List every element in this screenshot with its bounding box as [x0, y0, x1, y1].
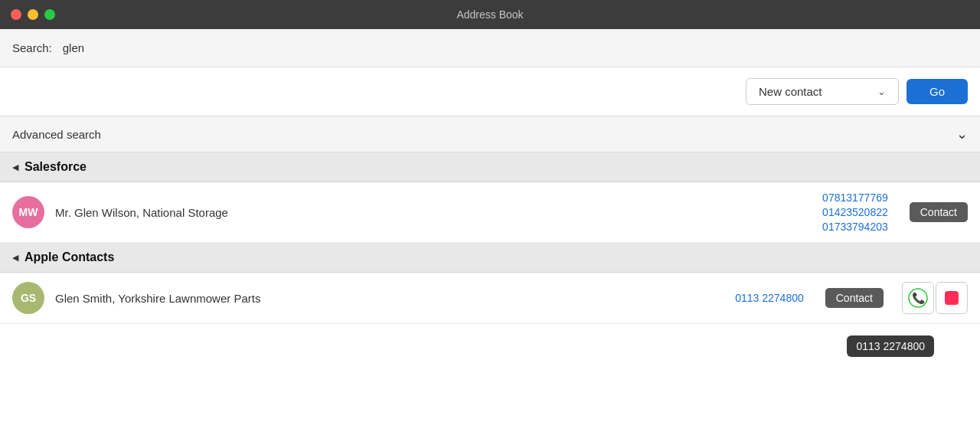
avatar-mw: MW	[12, 196, 44, 228]
phone-tooltip: 0113 2274800	[847, 335, 934, 357]
svg-rect-3	[945, 291, 959, 305]
contact-row-mw: MW Mr. Glen Wilson, National Storage 078…	[0, 182, 980, 243]
contact-button-gs[interactable]: Contact	[825, 288, 884, 308]
phone-link-mw-3[interactable]: 01733794203	[822, 221, 888, 233]
search-input[interactable]	[60, 40, 968, 56]
section-title-salesforce: Salesforce	[24, 160, 87, 174]
chevron-down-icon: ⌄	[877, 86, 886, 97]
svg-text:📞: 📞	[912, 292, 926, 305]
phone-link-mw-2[interactable]: 01423520822	[822, 206, 888, 218]
avatar-initials-gs: GS	[21, 292, 36, 304]
phone-link-mw-1[interactable]: 07813177769	[822, 191, 888, 204]
action-row: New contact ⌄ Go	[0, 67, 980, 116]
advanced-search-label: Advanced search	[12, 128, 101, 141]
contact-phones-mw: 07813177769 01423520822 01733794203	[822, 191, 888, 233]
apple-icons-container: 📞	[902, 282, 968, 314]
search-label: Search:	[12, 41, 52, 54]
minimize-button[interactable]	[28, 9, 38, 20]
app-title: Address Book	[456, 8, 523, 21]
expand-icon: ⌄	[956, 126, 968, 142]
contact-phones-gs: 0113 2274800	[735, 292, 804, 304]
titlebar: Address Book	[0, 0, 980, 29]
contact-name-gs: Glen Smith, Yorkshire Lawnmower Parts	[55, 292, 724, 305]
phone-link-gs-1[interactable]: 0113 2274800	[735, 292, 804, 304]
apple-logo-icon	[943, 290, 960, 306]
advanced-search-row[interactable]: Advanced search ⌄	[0, 116, 980, 152]
phone-app-icon[interactable]: 📞	[902, 282, 934, 314]
main-content: Search: New contact ⌄ Go Advanced search…	[0, 29, 980, 432]
phone-green-icon: 📞	[908, 288, 928, 308]
maximize-button[interactable]	[44, 9, 55, 20]
avatar-initials-mw: MW	[19, 206, 38, 218]
collapse-icon-apple[interactable]: ◀	[12, 253, 18, 263]
dropdown-label: New contact	[759, 85, 822, 98]
new-contact-dropdown[interactable]: New contact ⌄	[746, 78, 899, 105]
section-header-salesforce: ◀ Salesforce	[0, 152, 980, 182]
contact-button-mw[interactable]: Contact	[910, 202, 968, 222]
go-button[interactable]: Go	[906, 79, 968, 104]
apple-contacts-icon[interactable]	[936, 282, 968, 314]
avatar-gs: GS	[12, 282, 44, 314]
collapse-icon[interactable]: ◀	[12, 162, 18, 172]
titlebar-buttons	[11, 9, 55, 20]
contact-name-mw: Mr. Glen Wilson, National Storage	[55, 206, 812, 219]
section-title-apple: Apple Contacts	[24, 250, 114, 264]
section-header-apple: ◀ Apple Contacts	[0, 243, 980, 273]
search-row: Search:	[0, 29, 980, 67]
contact-row-gs: GS Glen Smith, Yorkshire Lawnmower Parts…	[0, 273, 980, 324]
close-button[interactable]	[11, 9, 21, 20]
